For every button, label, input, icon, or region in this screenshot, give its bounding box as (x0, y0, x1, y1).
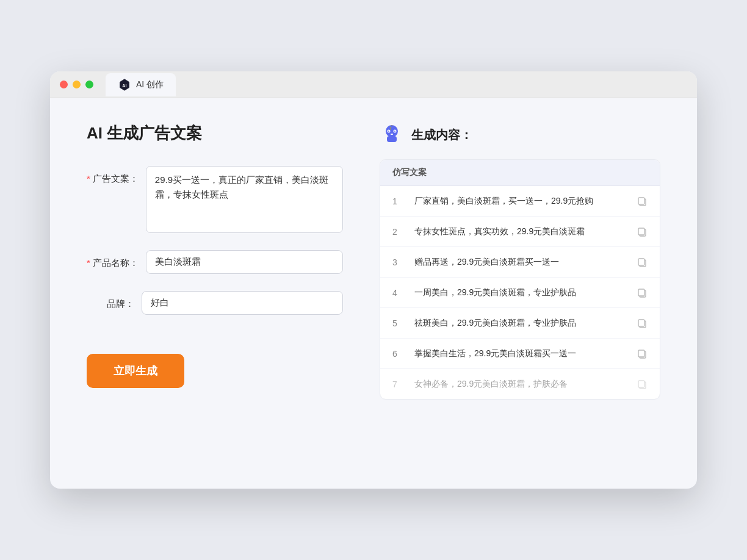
copy-icon[interactable] (637, 287, 648, 298)
svg-point-10 (390, 127, 392, 129)
titlebar: AI AI 创作 (50, 71, 697, 98)
input-product-name[interactable] (146, 250, 343, 274)
svg-point-6 (388, 131, 389, 132)
browser-window: AI AI 创作 AI 生成广告文案 *广告文案： 29.9买一送一，真正的厂家… (50, 71, 697, 489)
svg-rect-21 (638, 320, 644, 326)
label-brand: 品牌： (87, 291, 142, 310)
table-row: 3 赠品再送，29.9元美白淡斑霜买一送一 (380, 247, 660, 278)
svg-rect-15 (638, 228, 644, 235)
tab-ai-creation[interactable]: AI AI 创作 (106, 73, 176, 96)
svg-rect-3 (387, 136, 397, 142)
form-row-product-name: *产品名称： (87, 250, 343, 274)
traffic-lights (60, 81, 93, 88)
row-number: 2 (392, 227, 405, 237)
result-header: 生成内容： (380, 123, 660, 147)
input-brand[interactable] (142, 291, 343, 315)
required-star-2: * (87, 257, 90, 268)
table-row: 1 厂家直销，美白淡斑霜，买一送一，29.9元抢购 (380, 186, 660, 217)
table-row: 4 一周美白，29.9元美白淡斑霜，专业护肤品 (380, 278, 660, 308)
svg-rect-17 (638, 259, 644, 265)
copy-icon[interactable] (637, 379, 648, 390)
label-ad-copy: *广告文案： (87, 166, 146, 185)
table-row: 7 女神必备，29.9元美白淡斑霜，护肤必备 (380, 369, 660, 399)
row-text: 厂家直销，美白淡斑霜，买一送一，29.9元抢购 (414, 195, 627, 207)
right-panel: 生成内容： 仿写文案 1 厂家直销，美白淡斑霜，买一送一，29.9元抢购 2 专… (380, 123, 660, 464)
row-number: 5 (392, 318, 405, 328)
required-star-1: * (87, 173, 90, 184)
textarea-ad-copy[interactable]: 29.9买一送一，真正的厂家直销，美白淡斑霜，专抹女性斑点 (146, 166, 343, 233)
svg-rect-23 (638, 350, 644, 357)
svg-rect-13 (638, 198, 644, 204)
row-number: 6 (392, 349, 405, 359)
row-text: 专抹女性斑点，真实功效，29.9元美白淡斑霜 (414, 225, 627, 238)
browser-content: AI 生成广告文案 *广告文案： 29.9买一送一，真正的厂家直销，美白淡斑霜，… (50, 98, 697, 489)
table-header: 仿写文案 (380, 160, 660, 186)
row-number: 3 (392, 257, 405, 267)
page-title: AI 生成广告文案 (87, 123, 343, 144)
row-number: 1 (392, 196, 405, 206)
result-title: 生成内容： (411, 127, 472, 143)
generate-button[interactable]: 立即生成 (87, 354, 184, 388)
row-text: 掌握美白生活，29.9元美白淡斑霜买一送一 (414, 347, 627, 360)
copy-icon[interactable] (637, 318, 648, 329)
svg-rect-8 (391, 134, 393, 135)
table-row: 2 专抹女性斑点，真实功效，29.9元美白淡斑霜 (380, 217, 660, 247)
row-number: 4 (392, 288, 405, 298)
label-product-name: *产品名称： (87, 250, 146, 269)
svg-rect-25 (638, 381, 644, 387)
copy-icon[interactable] (637, 226, 648, 237)
svg-text:AI: AI (122, 82, 126, 88)
tab-label: AI 创作 (136, 79, 164, 90)
result-table: 仿写文案 1 厂家直销，美白淡斑霜，买一送一，29.9元抢购 2 专抹女性斑点，… (380, 159, 660, 400)
row-text: 女神必备，29.9元美白淡斑霜，护肤必备 (414, 378, 627, 390)
form-row-brand: 品牌： (87, 291, 343, 315)
table-row: 5 祛斑美白，29.9元美白淡斑霜，专业护肤品 (380, 308, 660, 339)
close-button[interactable] (60, 81, 68, 88)
row-text: 一周美白，29.9元美白淡斑霜，专业护肤品 (414, 286, 627, 299)
svg-point-7 (394, 131, 395, 132)
svg-rect-19 (638, 289, 644, 296)
fullscreen-button[interactable] (85, 81, 93, 88)
row-number: 7 (392, 379, 405, 389)
rows-container: 1 厂家直销，美白淡斑霜，买一送一，29.9元抢购 2 专抹女性斑点，真实功效，… (380, 186, 660, 399)
left-panel: AI 生成广告文案 *广告文案： 29.9买一送一，真正的厂家直销，美白淡斑霜，… (87, 123, 343, 464)
minimize-button[interactable] (73, 81, 81, 88)
row-text: 祛斑美白，29.9元美白淡斑霜，专业护肤品 (414, 317, 627, 329)
copy-icon[interactable] (637, 196, 648, 207)
form-row-ad-copy: *广告文案： 29.9买一送一，真正的厂家直销，美白淡斑霜，专抹女性斑点 (87, 166, 343, 233)
table-row: 6 掌握美白生活，29.9元美白淡斑霜买一送一 (380, 339, 660, 369)
copy-icon[interactable] (637, 257, 648, 268)
row-text: 赠品再送，29.9元美白淡斑霜买一送一 (414, 256, 627, 268)
robot-icon (380, 123, 404, 147)
copy-icon[interactable] (637, 348, 648, 359)
ai-tab-icon: AI (118, 78, 131, 92)
